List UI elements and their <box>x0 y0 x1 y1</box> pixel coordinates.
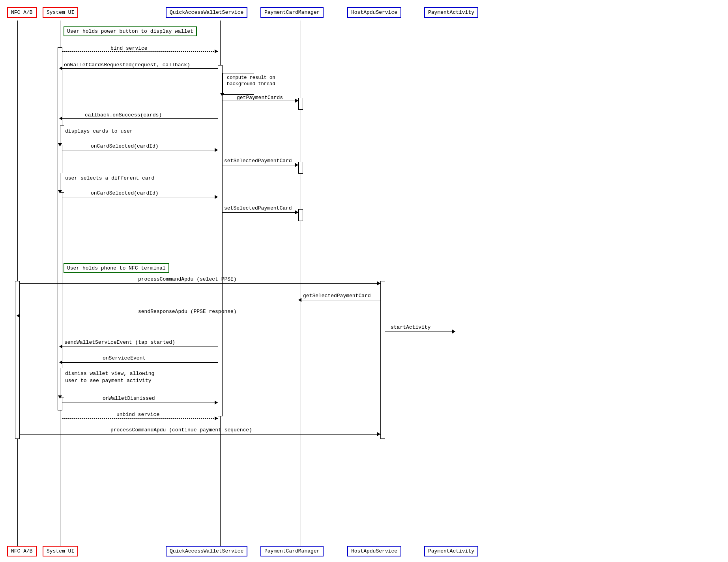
label-startactivity: startActivity <box>391 324 430 330</box>
arrow-unbind <box>215 416 218 420</box>
arrow-dismiss <box>58 395 62 399</box>
note-nfc-terminal: User holds phone to NFC terminal <box>64 263 169 273</box>
label-setselected1: setSelectedPaymentCard <box>224 158 292 164</box>
activation-sysui <box>58 47 62 410</box>
label-unbind: unbind service <box>116 412 159 418</box>
arrow-compute <box>220 93 224 96</box>
msg-sendwalletevent <box>62 347 218 347</box>
msg-onwalletcards <box>62 68 218 69</box>
msg-onserviceevent <box>62 362 218 363</box>
arrow-getpaymentcards <box>295 99 298 103</box>
label-processapdu1: processCommandApdu (select PPSE) <box>138 276 237 282</box>
actor-nfc-top: NFC A/B <box>7 7 37 18</box>
activation-nfc <box>15 281 20 439</box>
label-dismiss: dismiss wallet view, allowinguser to see… <box>65 370 154 384</box>
actor-sysui-bottom: System UI <box>43 546 78 556</box>
sequence-diagram: NFC A/B System UI QuickAccessWalletServi… <box>0 0 728 562</box>
msg-setselected2 <box>223 212 298 213</box>
self-dismiss <box>60 368 64 397</box>
label-getselected: getSelectedPaymentCard <box>303 293 371 299</box>
actor-hapdu-bottom: HostApduService <box>347 546 401 556</box>
actor-qaws-top: QuickAccessWalletService <box>166 7 247 18</box>
arrow-onwalletcards <box>59 66 62 70</box>
label-setselected2: setSelectedPaymentCard <box>224 205 292 211</box>
arrow-setselected1 <box>295 163 298 167</box>
actor-pa-top: PaymentActivity <box>424 7 478 18</box>
actor-sysui-top: System UI <box>43 7 78 18</box>
label-compute: compute result onbackground thread <box>227 75 275 87</box>
arrow-sendresponse <box>17 314 20 318</box>
arrow-oncardselected1 <box>215 148 218 152</box>
arrow-oncardselected2 <box>215 195 218 199</box>
msg-processapdu1 <box>20 283 380 284</box>
actor-pcm-top: PaymentCardManager <box>260 7 324 18</box>
self-displays <box>60 126 64 145</box>
arrow-selects-diff <box>58 190 62 193</box>
activation-qaws <box>218 65 223 416</box>
self-selects-diff <box>60 173 64 193</box>
label-oncardselected2: onCardSelected(cardId) <box>91 190 159 196</box>
activation-pcm-1 <box>298 98 303 110</box>
arrow-onsuccess <box>59 116 62 120</box>
label-bind-service: bind service <box>110 45 148 51</box>
note-power-button: User holds power button to display walle… <box>64 26 197 36</box>
arrow-onwalletdismissed <box>215 401 218 405</box>
arrow-setselected2 <box>295 210 298 214</box>
label-processapdu2: processCommandApdu (continue payment seq… <box>110 427 252 433</box>
actor-nfc-bottom: NFC A/B <box>7 546 37 556</box>
label-onsuccess: callback.onSuccess(cards) <box>85 112 162 118</box>
actor-hapdu-top: HostApduService <box>347 7 401 18</box>
actor-pcm-bottom: PaymentCardManager <box>260 546 324 556</box>
activation-hapdu <box>380 281 385 439</box>
label-displays-cards: displays cards to user <box>65 128 133 134</box>
arrow-getselected <box>298 298 301 302</box>
actor-qaws-bottom: QuickAccessWalletService <box>166 546 247 556</box>
label-getpaymentcards: getPaymentCards <box>237 95 283 101</box>
msg-processapdu2 <box>20 434 380 435</box>
activation-pcm-3 <box>298 209 303 221</box>
arrow-processapdu2 <box>377 432 380 436</box>
arrow-startactivity <box>452 330 455 333</box>
msg-setselected1 <box>223 165 298 165</box>
lifeline-pa <box>458 21 458 546</box>
label-onwalletdismissed: onWalletDismissed <box>103 395 155 401</box>
label-sendresponse: sendResponseApdu (PPSE response) <box>138 309 237 315</box>
actor-pa-bottom: PaymentActivity <box>424 546 478 556</box>
msg-unbind <box>62 418 218 419</box>
label-onwalletcards: onWalletCardsRequested(request, callback… <box>64 62 190 68</box>
label-onserviceevent: onServiceEvent <box>103 355 146 361</box>
arrow-onserviceevent <box>59 360 62 364</box>
msg-onwalletdismissed <box>62 403 218 403</box>
arrow-sendwalletevent <box>59 345 62 348</box>
msg-startactivity <box>385 332 455 332</box>
label-oncardselected1: onCardSelected(cardId) <box>91 143 159 149</box>
label-user-selects-diff: user selects a different card <box>65 175 154 181</box>
msg-onsuccess <box>62 118 218 119</box>
label-sendwalletevent: sendWalletServiceEvent (tap started) <box>64 339 175 345</box>
msg-sendresponse <box>20 316 380 316</box>
msg-getpaymentcards <box>223 101 298 101</box>
activation-pcm-2 <box>298 162 303 174</box>
msg-bind-service <box>62 51 218 52</box>
msg-oncardselected2 <box>62 197 218 197</box>
arrow-processapdu1 <box>377 281 380 285</box>
msg-getselected <box>301 300 380 300</box>
arrow-bind-service <box>215 49 218 53</box>
msg-oncardselected1 <box>62 150 218 150</box>
arrow-displays <box>58 143 62 146</box>
